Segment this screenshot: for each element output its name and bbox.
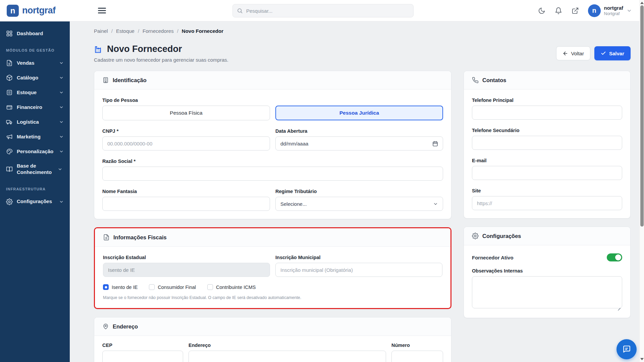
breadcrumb-separator: /: [177, 28, 178, 34]
sidebar-item-logistica[interactable]: Logística: [0, 115, 70, 129]
sidebar-item-label: Base de Conhecimento: [17, 163, 54, 176]
telefone-secundario-input[interactable]: [472, 136, 622, 150]
sidebar-item-label: Configurações: [17, 198, 55, 205]
user-org: Nortgraf: [604, 11, 624, 16]
razao-social-input[interactable]: [102, 167, 443, 181]
menu-toggle-icon[interactable]: [98, 6, 106, 15]
inscricao-municipal-label: Inscrição Municipal: [275, 255, 442, 260]
telefone-principal-input[interactable]: [472, 106, 622, 120]
breadcrumb: Painel / Estoque / Fornecedores / Novo F…: [94, 28, 631, 34]
chevron-down-icon: [59, 134, 64, 139]
sidebar-section-gestao: MÓDULOS DE GESTÃO: [0, 41, 70, 56]
pessoa-fisica-button[interactable]: Pessoa Física: [102, 106, 270, 120]
site-input[interactable]: [472, 196, 622, 210]
sidebar-item-marketing[interactable]: Marketing: [0, 129, 70, 144]
numero-input[interactable]: [391, 351, 443, 362]
bell-icon: [555, 7, 562, 14]
scrollbar-thumb[interactable]: [640, 5, 644, 227]
fiscal-helper-text: Marque se o fornecedor não possuir Inscr…: [103, 295, 442, 300]
card-informacoes-fiscais: Informações Fiscais Inscrição Estadual I…: [94, 227, 451, 309]
calendar-icon: [432, 141, 438, 146]
sidebar-item-label: Logística: [17, 119, 55, 125]
numero-label: Número: [391, 343, 443, 348]
sidebar-item-personalizacao[interactable]: Personalização: [0, 144, 70, 159]
megaphone-icon: [6, 133, 13, 140]
back-button[interactable]: Voltar: [556, 46, 590, 60]
user-menu[interactable]: n nortgraf Nortgraf: [588, 4, 632, 17]
razao-social-label: Razão Social *: [102, 159, 443, 164]
gear-icon: [472, 233, 479, 239]
dark-mode-button[interactable]: [538, 7, 546, 15]
sidebar-item-dashboard[interactable]: Dashboard: [0, 26, 70, 41]
breadcrumb-current: Novo Fornecedor: [182, 28, 223, 34]
page-title: Novo Fornecedor: [107, 44, 182, 54]
dashboard-grid-icon: [6, 30, 13, 37]
breadcrumb-fornecedores[interactable]: Fornecedores: [143, 28, 174, 34]
checkbox-label: Isento de IE: [112, 285, 138, 290]
factory-icon: [94, 45, 103, 54]
phone-icon: [472, 77, 479, 83]
user-name: nortgraf: [604, 5, 624, 11]
chat-button[interactable]: [616, 339, 637, 359]
sidebar-item-estoque[interactable]: Estoque: [0, 85, 70, 100]
save-button-label: Salvar: [609, 51, 624, 56]
checkbox-contribuinte-icms[interactable]: Contribuinte ICMS: [207, 284, 256, 290]
chevron-down-icon: [59, 199, 64, 204]
checkbox-label: Contribuinte ICMS: [216, 285, 256, 290]
back-button-label: Voltar: [571, 51, 584, 56]
pessoa-juridica-button[interactable]: Pessoa Jurídica: [275, 106, 443, 120]
scrollbar[interactable]: [639, 0, 644, 362]
breadcrumb-estoque[interactable]: Estoque: [116, 28, 135, 34]
breadcrumb-painel[interactable]: Painel: [94, 28, 108, 34]
warehouse-icon: [6, 89, 13, 96]
card-title: Informações Fiscais: [113, 234, 167, 241]
card-title: Identificação: [113, 77, 147, 83]
building-icon: [102, 77, 109, 83]
tipo-pessoa-label: Tipo de Pessoa: [102, 98, 443, 103]
brand-logo[interactable]: n nortgraf: [0, 5, 70, 17]
chevron-down-icon: [59, 75, 64, 80]
regime-tributario-select[interactable]: Selecione...: [275, 197, 443, 211]
observacoes-textarea[interactable]: [472, 276, 622, 308]
fornecedor-ativo-toggle[interactable]: [607, 253, 622, 261]
sidebar-item-label: Vendas: [17, 60, 55, 66]
endereco-input[interactable]: [189, 351, 386, 362]
chevron-down-icon: [433, 201, 438, 206]
inscricao-municipal-input[interactable]: [275, 263, 442, 277]
sidebar-item-configuracoes[interactable]: Configurações: [0, 194, 70, 209]
data-abertura-input[interactable]: dd/mm/aaaa: [275, 136, 443, 150]
chevron-down-icon: [59, 149, 64, 154]
wallet-icon: [6, 104, 13, 111]
global-search[interactable]: [232, 4, 414, 17]
card-configuracoes: Configurações Fornecedor Ativo Observaçõ…: [464, 227, 631, 318]
sidebar-item-financeiro[interactable]: Financeiro: [0, 100, 70, 115]
chevron-down-icon: [627, 8, 632, 13]
moon-icon: [538, 7, 545, 14]
scrollbar-down-arrow-icon[interactable]: [640, 358, 644, 360]
email-input[interactable]: [472, 166, 622, 180]
checkbox-isento-ie[interactable]: Isento de IE: [103, 284, 138, 290]
sidebar-item-base-conhecimento[interactable]: Base de Conhecimento: [0, 159, 70, 180]
palette-icon: [6, 148, 13, 155]
telefone-principal-label: Telefone Principal: [472, 98, 622, 103]
notifications-button[interactable]: [554, 7, 562, 15]
inscricao-estadual-label: Inscrição Estadual: [103, 255, 270, 260]
brand-logo-text: nortgraf: [22, 5, 56, 16]
sidebar-item-vendas[interactable]: Vendas: [0, 56, 70, 70]
cep-input[interactable]: [102, 351, 183, 362]
card-contatos: Contatos Telefone Principal Telefone Sec…: [464, 71, 631, 219]
nome-fantasia-input[interactable]: [102, 197, 270, 211]
sidebar-item-catalogo[interactable]: Catálogo: [0, 70, 70, 85]
search-input[interactable]: [246, 8, 409, 14]
card-title: Endereço: [113, 323, 138, 330]
card-title: Configurações: [482, 233, 521, 239]
scrollbar-up-arrow-icon[interactable]: [640, 2, 644, 4]
checkbox-consumidor-final[interactable]: Consumidor Final: [149, 284, 196, 290]
main-content: Painel / Estoque / Fornecedores / Novo F…: [70, 21, 639, 362]
cnpj-input[interactable]: [102, 136, 270, 150]
page-subtitle: Cadastre um novo fornecedor para gerenci…: [94, 57, 228, 63]
open-site-button[interactable]: [571, 7, 579, 15]
select-value: Selecione...: [280, 201, 307, 207]
date-value: dd/mm/aaaa: [280, 141, 308, 146]
save-button[interactable]: Salvar: [594, 46, 631, 60]
